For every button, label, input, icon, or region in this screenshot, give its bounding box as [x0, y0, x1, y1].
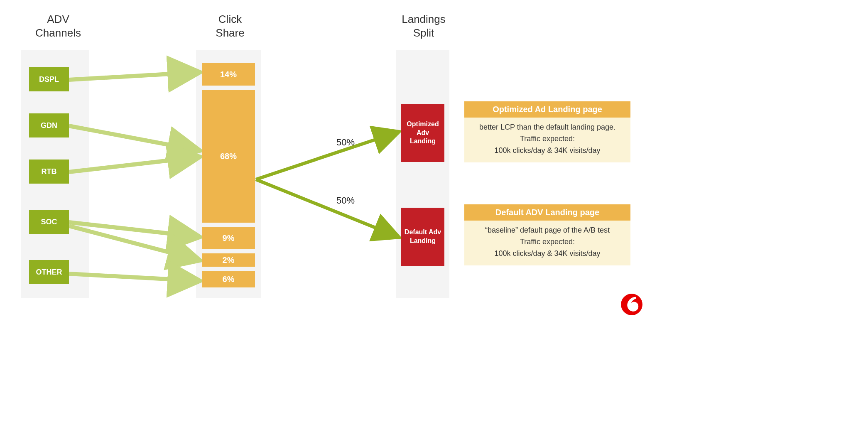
diagram-stage: ADV Channels Click Share Landings Split …	[0, 0, 651, 324]
adv-channel-rtb: RTB	[29, 160, 69, 184]
vodafone-logo-icon	[620, 293, 643, 316]
click-share-soc: 2%	[202, 253, 255, 267]
click-share-rtb: 9%	[202, 227, 255, 249]
card-default-title: Default ADV Landing page	[464, 204, 630, 221]
click-share-other: 6%	[202, 271, 255, 287]
adv-channel-dspl: DSPL	[29, 67, 69, 91]
split-label-bottom: 50%	[336, 195, 355, 206]
svg-line-7	[256, 179, 398, 237]
card-default-body: “baseline” default page of the A/B test …	[464, 221, 630, 265]
col-title-adv: ADV Channels	[25, 12, 91, 39]
col-title-click: Click Share	[205, 12, 255, 39]
card-optimized: Optimized Ad Landing page better LCP tha…	[464, 101, 630, 162]
card-optimized-title: Optimized Ad Landing page	[464, 101, 630, 118]
adv-channel-gdn: GDN	[29, 113, 69, 137]
landing-default: Default Adv Landing	[401, 208, 444, 266]
click-share-dspl: 14%	[202, 63, 255, 86]
click-share-gdn: 68%	[202, 90, 255, 223]
landing-optimized: Optimized Adv Landing	[401, 104, 444, 162]
card-optimized-body: better LCP than the default landing page…	[464, 118, 630, 162]
card-default: Default ADV Landing page “baseline” defa…	[464, 204, 630, 265]
svg-line-6	[256, 132, 398, 179]
split-label-top: 50%	[336, 137, 355, 148]
col-title-land: Landings Split	[390, 12, 457, 39]
adv-channel-other: OTHER	[29, 260, 69, 284]
adv-channel-soc: SOC	[29, 210, 69, 234]
